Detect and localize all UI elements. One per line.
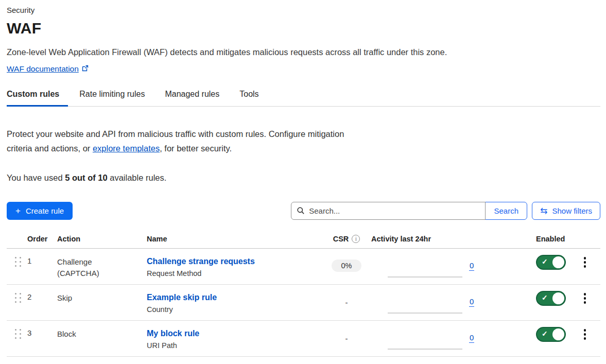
page-description: Zone-level Web Application Firewall (WAF… [7,46,600,58]
kebab-menu-icon[interactable] [581,329,588,340]
activity-count-link[interactable]: 0 [469,333,474,343]
rule-action: Block [57,321,147,356]
enabled-toggle[interactable]: ✓ [536,291,566,306]
rule-field: Country [147,305,322,314]
header-spacer [7,232,27,248]
waf-page: Security WAF Zone-level Web Application … [0,0,606,357]
column-header-action: Action [57,232,147,248]
column-header-enabled: Enabled [506,232,575,248]
tab-tools[interactable]: Tools [239,90,267,106]
create-rule-button[interactable]: + Create rule [7,202,73,220]
intro-line2-pre: criteria and actions, or [7,144,93,153]
check-icon: ✓ [542,330,548,338]
csr-value: - [345,334,348,343]
toggle-knob [552,328,564,340]
table-row: 1 Challenge (CAPTCHA) Challenge strange … [7,249,600,285]
usage-summary: You have used 5 out of 10 available rule… [7,173,600,183]
rule-order: 2 [27,285,57,320]
table-row: 2 Skip Example skip rule Country - 0 ✓ [7,285,600,321]
check-icon: ✓ [542,293,548,302]
kebab-menu-icon[interactable] [581,257,588,268]
column-header-order: Order [27,232,57,248]
info-icon[interactable]: i [352,235,360,243]
toggle-knob [552,256,564,268]
usage-pre: You have used [7,173,65,182]
tab-custom-rules[interactable]: Custom rules [7,90,68,106]
create-rule-label: Create rule [26,206,64,215]
kebab-menu-icon[interactable] [581,293,588,304]
explore-templates-link[interactable]: explore templates [93,144,160,153]
rules-toolbar: + Create rule Search ⇆ Show filters [7,202,600,220]
csr-value: - [345,298,348,307]
tab-bar: Custom rules Rate limiting rules Managed… [7,90,600,107]
activity-sparkline [388,349,462,350]
rule-action: Challenge (CAPTCHA) [57,249,147,284]
drag-handle-icon[interactable] [15,329,22,339]
intro-paragraph: Protect your website and API from malici… [7,127,398,155]
enabled-toggle[interactable]: ✓ [536,255,566,270]
tab-managed-rules[interactable]: Managed rules [165,90,228,106]
rule-order: 3 [27,321,57,356]
usage-post: available rules. [108,173,167,182]
waf-documentation-link-label: WAF documentation [7,64,79,74]
rule-action: Skip [57,285,147,320]
activity-count-link[interactable]: 0 [469,261,474,271]
show-filters-button[interactable]: ⇆ Show filters [532,202,600,220]
toggle-knob [552,292,564,304]
usage-count: 5 out of 10 [65,173,108,182]
breadcrumb: Security [7,5,600,15]
column-header-activity: Activity last 24hr [371,232,506,248]
rule-field: Request Method [147,269,322,278]
enabled-toggle[interactable]: ✓ [536,327,566,342]
external-link-icon [82,64,89,74]
rule-order: 1 [27,249,57,284]
activity-sparkline [388,276,462,278]
rule-name-link[interactable]: My block rule [147,328,322,339]
waf-documentation-link[interactable]: WAF documentation [7,64,89,74]
activity-count-link[interactable]: 0 [469,297,474,307]
search-button[interactable]: Search [485,202,527,220]
custom-rules-table: Order Action Name CSR i Activity last 24… [7,232,600,357]
tab-rate-limiting-rules[interactable]: Rate limiting rules [79,90,153,106]
table-row: 3 Block My block rule URI Path - 0 ✓ [7,321,600,357]
search-input[interactable] [291,202,486,220]
rule-name-link[interactable]: Challenge strange requests [147,256,322,267]
column-header-name: Name [147,232,322,248]
drag-handle-icon[interactable] [15,293,22,303]
rule-field: URI Path [147,341,322,350]
csr-header-label: CSR [333,235,349,243]
table-header-row: Order Action Name CSR i Activity last 24… [7,232,600,249]
activity-sparkline [388,313,462,314]
csr-value-badge: 0% [332,259,362,272]
intro-line2-post: , for better security. [160,144,232,153]
plus-icon: + [15,206,21,215]
show-filters-label: Show filters [552,206,592,215]
drag-handle-icon[interactable] [15,257,22,267]
check-icon: ✓ [542,257,548,266]
rule-name-link[interactable]: Example skip rule [147,292,322,303]
page-title: WAF [7,19,600,38]
header-spacer [575,232,600,248]
search-icon [297,206,305,217]
intro-line1: Protect your website and API from malici… [7,129,344,138]
swap-arrows-icon: ⇆ [540,206,547,215]
column-header-csr: CSR i [322,232,371,248]
